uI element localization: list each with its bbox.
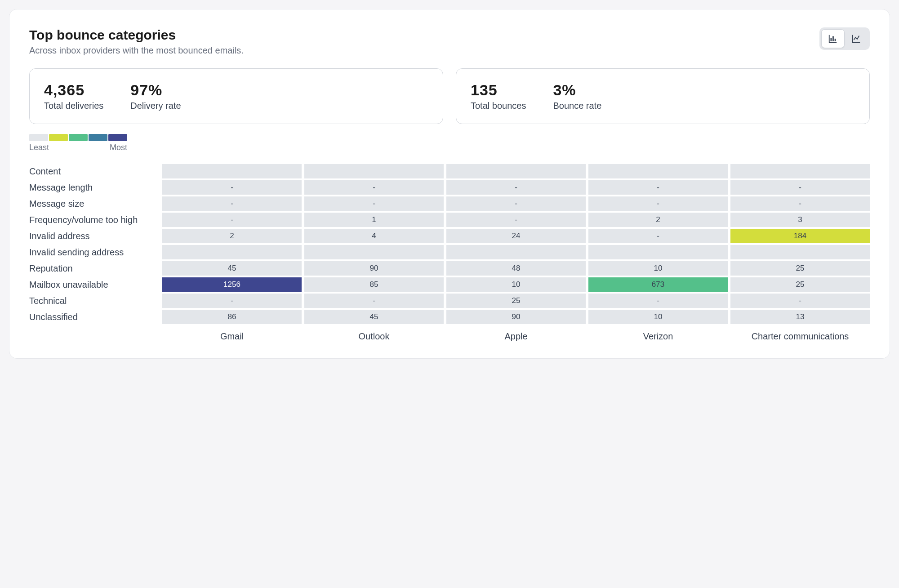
- heatmap-row-label: Frequency/volume too high: [29, 213, 160, 227]
- bounce-rate-value: 3%: [553, 81, 601, 99]
- heatmap-cell: -: [304, 196, 444, 211]
- heatmap-cell: 10: [588, 310, 728, 324]
- card-header: Top bounce categories Across inbox provi…: [29, 27, 870, 56]
- heatmap-cell: -: [588, 196, 728, 211]
- heatmap-cell: 45: [304, 310, 444, 324]
- heatmap-cell: 90: [446, 310, 586, 324]
- legend-swatches: [29, 134, 870, 141]
- bar-chart-icon: [828, 34, 838, 44]
- heatmap-cell: -: [162, 294, 302, 308]
- total-deliveries-stat: 4,365 Total deliveries: [44, 81, 103, 111]
- heatmap-cell: -: [446, 180, 586, 195]
- heatmap-cell: 25: [730, 277, 870, 292]
- heatmap-cell: -: [446, 196, 586, 211]
- legend-swatch-0: [29, 134, 48, 141]
- heatmap-row-label: Content: [29, 165, 160, 178]
- heatmap-row-label: Message size: [29, 197, 160, 211]
- bounces-stat-card: 135 Total bounces 3% Bounce rate: [456, 68, 870, 124]
- heatmap-cell: 86: [162, 310, 302, 324]
- heatmap-col-header: Outlook: [304, 326, 444, 342]
- heatmap-row-label: Message length: [29, 181, 160, 195]
- heatmap-row-label: Invalid address: [29, 229, 160, 243]
- heatmap-cell: 48: [446, 261, 586, 276]
- bounce-rate-label: Bounce rate: [553, 101, 601, 111]
- svg-rect-1: [832, 36, 834, 41]
- delivery-rate-label: Delivery rate: [130, 101, 181, 111]
- heatmap-cell: 85: [304, 277, 444, 292]
- heatmap-cell: -: [162, 180, 302, 195]
- heatmap-cell: 1256: [162, 277, 302, 292]
- heatmap-cell: 184: [730, 229, 870, 243]
- legend-swatch-1: [49, 134, 68, 141]
- heatmap-cell: 673: [588, 277, 728, 292]
- heatmap-cell: 13: [730, 310, 870, 324]
- heatmap-row-label: Unclassified: [29, 310, 160, 324]
- heatmap-cell: [446, 245, 586, 259]
- heatmap-row-label: Reputation: [29, 262, 160, 276]
- heatmap-cell: 90: [304, 261, 444, 276]
- deliveries-stat-card: 4,365 Total deliveries 97% Delivery rate: [29, 68, 443, 124]
- heatmap-cell: [162, 164, 302, 178]
- heatmap-cell: -: [730, 294, 870, 308]
- heatmap-row-label: Technical: [29, 294, 160, 308]
- heatmap-cell: 45: [162, 261, 302, 276]
- heatmap-cell: -: [304, 180, 444, 195]
- heatmap-cell: 10: [446, 277, 586, 292]
- heatmap-cell: 24: [446, 229, 586, 243]
- svg-rect-0: [831, 38, 832, 41]
- heatmap-legend: Least Most: [29, 134, 870, 152]
- heatmap-cell: -: [730, 196, 870, 211]
- total-bounces-label: Total bounces: [471, 101, 526, 111]
- heatmap-cell: 2: [162, 229, 302, 243]
- legend-most-label: Most: [110, 143, 127, 152]
- heatmap-cell: 2: [588, 213, 728, 227]
- heatmap-cell: 3: [730, 213, 870, 227]
- heatmap-cell: 25: [730, 261, 870, 276]
- heatmap-col-header: Apple: [446, 326, 586, 342]
- heatmap-cell: -: [304, 294, 444, 308]
- total-deliveries-value: 4,365: [44, 81, 103, 99]
- heatmap-cell: [730, 245, 870, 259]
- total-deliveries-label: Total deliveries: [44, 101, 103, 111]
- heatmap-cell: [446, 164, 586, 178]
- card-title: Top bounce categories: [29, 27, 244, 43]
- svg-rect-2: [835, 39, 836, 41]
- heatmap-grid: ContentMessage length-----Message size--…: [29, 164, 870, 342]
- heatmap-cell: [304, 245, 444, 259]
- total-bounces-stat: 135 Total bounces: [471, 81, 526, 111]
- heatmap-cell: [588, 245, 728, 259]
- line-chart-view-button[interactable]: [845, 29, 868, 48]
- heatmap-cell: [588, 164, 728, 178]
- total-bounces-value: 135: [471, 81, 526, 99]
- heatmap-cell: -: [162, 196, 302, 211]
- legend-least-label: Least: [29, 143, 49, 152]
- heatmap-col-header: Verizon: [588, 326, 728, 342]
- delivery-rate-stat: 97% Delivery rate: [130, 81, 181, 111]
- heatmap-cell: [304, 164, 444, 178]
- heatmap-cell: -: [446, 213, 586, 227]
- heatmap-cell: [730, 164, 870, 178]
- view-toggle: [819, 27, 870, 50]
- heatmap-col-header: Charter communications: [730, 326, 870, 342]
- heatmap-cell: -: [588, 180, 728, 195]
- heatmap-row-label: Invalid sending address: [29, 245, 160, 259]
- bounce-rate-stat: 3% Bounce rate: [553, 81, 601, 111]
- bounce-categories-card: Top bounce categories Across inbox provi…: [9, 9, 890, 359]
- heatmap-cell: 25: [446, 294, 586, 308]
- legend-swatch-2: [69, 134, 88, 141]
- heatmap-cell: -: [588, 229, 728, 243]
- delivery-rate-value: 97%: [130, 81, 181, 99]
- heatmap-cell: 10: [588, 261, 728, 276]
- header-text: Top bounce categories Across inbox provi…: [29, 27, 244, 56]
- heatmap-cell: -: [588, 294, 728, 308]
- heatmap-cell: -: [730, 180, 870, 195]
- heatmap-cell: [162, 245, 302, 259]
- heatmap-col-header: Gmail: [162, 326, 302, 342]
- legend-swatch-3: [89, 134, 107, 141]
- card-subtitle: Across inbox providers with the most bou…: [29, 45, 244, 56]
- heatmap-cell: 4: [304, 229, 444, 243]
- heatmap-cell: 1: [304, 213, 444, 227]
- heatmap-row-label: Mailbox unavailable: [29, 278, 160, 292]
- legend-labels: Least Most: [29, 143, 127, 152]
- bar-chart-view-button[interactable]: [821, 29, 845, 48]
